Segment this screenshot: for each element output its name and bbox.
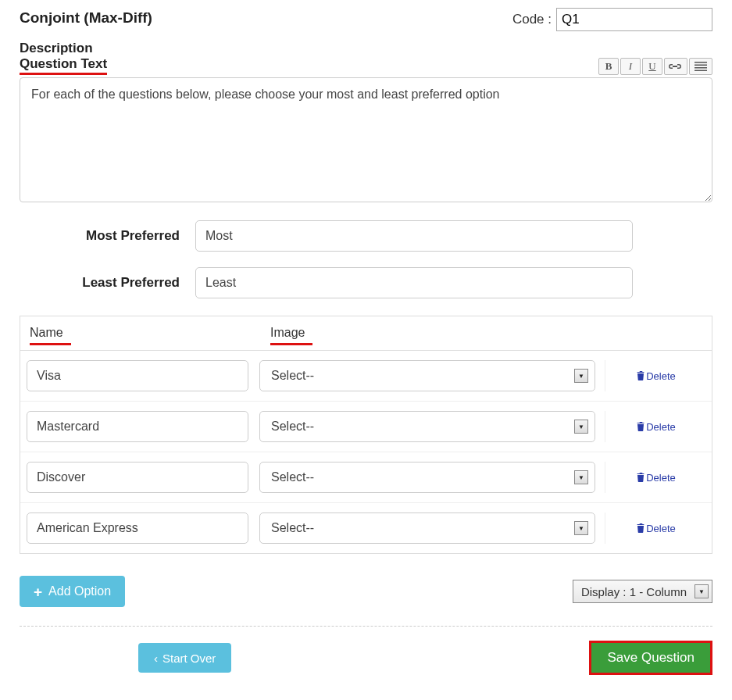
option-image-value: Select-- <box>271 369 314 383</box>
delete-option-button[interactable]: Delete <box>637 523 676 534</box>
plus-icon: + <box>34 584 42 599</box>
question-text-heading: Question Text <box>20 56 107 75</box>
option-row: Select--▼Delete <box>20 452 712 502</box>
trash-icon <box>637 371 645 380</box>
option-row: Select--▼Delete <box>20 502 712 553</box>
display-columns-select[interactable]: Display : 1 - Column ▼ <box>573 580 712 603</box>
underline-button[interactable]: U <box>642 58 662 75</box>
trash-icon <box>637 523 645 533</box>
option-row: Select--▼Delete <box>20 401 712 452</box>
trash-icon <box>637 473 645 482</box>
column-header-name: Name <box>30 326 71 345</box>
add-option-button[interactable]: + Add Option <box>20 576 125 607</box>
svg-rect-2 <box>695 67 707 69</box>
svg-rect-3 <box>695 70 707 72</box>
question-type-heading: Conjoint (Max-Diff) <box>20 8 152 27</box>
add-option-label: Add Option <box>48 584 111 598</box>
link-button[interactable] <box>664 58 687 75</box>
delete-option-button[interactable]: Delete <box>637 370 676 382</box>
option-name-input[interactable] <box>27 512 248 544</box>
description-heading: Description <box>20 41 712 56</box>
option-name-input[interactable] <box>27 462 248 493</box>
chevron-left-icon: ‹ <box>154 652 158 665</box>
delete-option-button[interactable]: Delete <box>637 472 676 484</box>
code-label: Code : <box>512 12 552 27</box>
option-image-select[interactable]: Select--▼ <box>259 462 595 493</box>
option-row: Select--▼Delete <box>20 351 712 401</box>
option-image-select[interactable]: Select--▼ <box>259 360 595 391</box>
options-table: Name Image Select--▼DeleteSelect--▼Delet… <box>20 316 712 554</box>
delete-option-button[interactable]: Delete <box>637 421 676 433</box>
column-header-image: Image <box>270 326 312 345</box>
start-over-button[interactable]: ‹ Start Over <box>138 643 231 673</box>
code-input[interactable] <box>556 8 712 31</box>
delete-label: Delete <box>646 523 676 534</box>
trash-icon <box>637 422 645 431</box>
svg-rect-0 <box>695 62 707 63</box>
option-image-select[interactable]: Select--▼ <box>259 411 595 442</box>
chevron-down-icon: ▼ <box>574 521 588 535</box>
svg-rect-1 <box>695 65 707 66</box>
divider <box>20 626 712 627</box>
delete-label: Delete <box>646 370 676 382</box>
option-image-value: Select-- <box>271 470 314 484</box>
option-name-input[interactable] <box>27 360 248 391</box>
chevron-down-icon: ▼ <box>574 369 588 383</box>
option-image-value: Select-- <box>271 420 314 434</box>
align-justify-button[interactable] <box>689 58 712 75</box>
richtext-toolbar: B I U <box>598 58 712 75</box>
chevron-down-icon: ▼ <box>574 470 588 484</box>
least-preferred-label: Least Preferred <box>20 275 180 291</box>
question-text-input[interactable] <box>20 77 712 202</box>
chevron-down-icon: ▼ <box>695 584 709 598</box>
option-name-input[interactable] <box>27 411 248 442</box>
save-question-button[interactable]: Save Question <box>589 641 712 675</box>
italic-button[interactable]: I <box>620 58 641 75</box>
most-preferred-label: Most Preferred <box>20 228 180 244</box>
bold-button[interactable]: B <box>598 58 619 75</box>
option-image-value: Select-- <box>271 521 314 535</box>
delete-label: Delete <box>646 421 676 433</box>
chevron-down-icon: ▼ <box>574 420 588 434</box>
option-image-select[interactable]: Select--▼ <box>259 512 595 544</box>
least-preferred-input[interactable] <box>195 267 633 298</box>
most-preferred-input[interactable] <box>195 220 633 252</box>
delete-label: Delete <box>646 472 676 484</box>
code-field-group: Code : <box>512 8 712 31</box>
